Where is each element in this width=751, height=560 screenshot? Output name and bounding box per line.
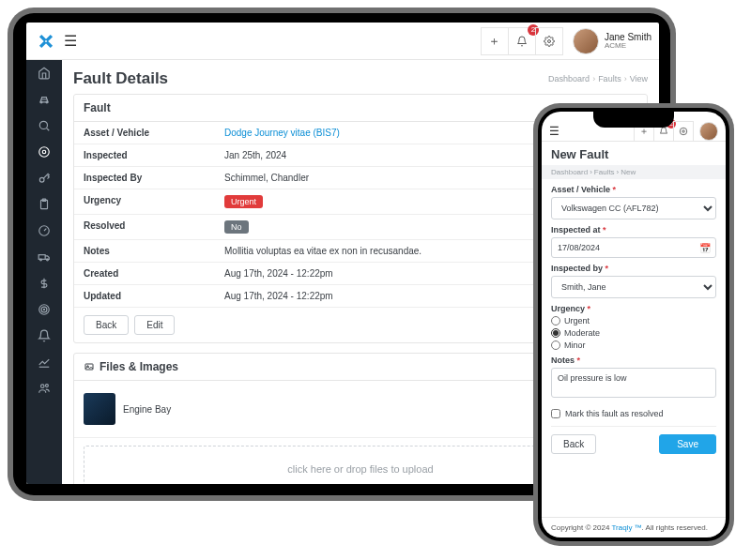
crumb-faults[interactable]: Faults [598, 74, 621, 83]
edit-button[interactable]: Edit [134, 315, 175, 335]
phone-notch [593, 111, 674, 128]
urgency-label: Urgency [74, 189, 215, 214]
back-button[interactable]: Back [551, 434, 596, 454]
sidebar-target-icon[interactable] [37, 302, 52, 317]
phone-footer: Copyright © 2024 Traqly ™. All rights re… [542, 517, 726, 537]
sidebar-chart-icon[interactable] [37, 355, 52, 370]
page-title: Fault Details [73, 69, 168, 88]
crumb-dashboard[interactable]: Dashboard [548, 74, 590, 83]
sidebar-faults-icon[interactable] [37, 144, 52, 159]
user-info: Jane Smith ACME [605, 32, 651, 51]
file-item: Engine Bay [84, 388, 605, 430]
sidebar-users-icon[interactable] [37, 381, 52, 396]
breadcrumb: Dashboard›Faults›View [548, 74, 648, 83]
svg-point-22 [41, 385, 45, 388]
user-name: Jane Smith [605, 32, 651, 42]
phone-frame: ☰ ＋ 2 New Fault Dashboard›Faults›New [533, 103, 734, 546]
resolved-label: Resolved [74, 215, 215, 239]
inspectedby-field-label: Inspected by * [551, 264, 716, 273]
menu-icon[interactable]: ☰ [549, 125, 559, 138]
inspectedby-label: Inspected By [74, 167, 215, 189]
crumb-new: New [621, 168, 636, 176]
add-button[interactable]: ＋ [481, 27, 509, 55]
sidebar-bell-icon[interactable] [37, 328, 52, 343]
file-name: Engine Bay [123, 404, 171, 415]
urgency-badge: Urgent [224, 195, 263, 208]
asset-field-label: Asset / Vehicle * [551, 185, 716, 194]
inspectedat-input[interactable] [551, 237, 716, 258]
breadcrumb: Dashboard›Faults›New [542, 165, 726, 179]
inspectedat-field-label: Inspected at * [551, 225, 716, 235]
urgency-field-label: Urgency * [551, 304, 716, 313]
back-button[interactable]: Back [84, 315, 129, 335]
notes-label: Notes [74, 240, 215, 262]
sidebar-gauge-icon[interactable] [37, 223, 52, 238]
svg-rect-2 [39, 34, 47, 41]
sidebar-key-icon[interactable] [37, 171, 52, 186]
svg-point-23 [45, 385, 48, 387]
svg-point-10 [39, 147, 50, 158]
svg-point-4 [547, 39, 550, 42]
user-org: ACME [605, 42, 651, 51]
inspectedby-select[interactable]: Smith, Jane [551, 276, 716, 298]
save-button[interactable]: Save [659, 434, 716, 454]
svg-point-21 [43, 309, 44, 310]
svg-rect-0 [45, 34, 53, 41]
brand-link[interactable]: Traqly ™ [611, 523, 641, 532]
file-thumbnail[interactable] [84, 393, 115, 425]
svg-point-27 [680, 128, 687, 135]
asset-select[interactable]: Volkswagen CC (AFL782) [551, 197, 716, 219]
settings-button[interactable] [673, 121, 694, 142]
sidebar-dollar-icon[interactable] [37, 276, 52, 291]
sidebar-truck-icon[interactable] [37, 250, 52, 265]
tablet-header: ☰ ＋ 2 Jane Smith ACME [26, 23, 659, 60]
svg-rect-24 [85, 364, 93, 370]
svg-point-9 [42, 150, 46, 154]
crumb-view: View [630, 74, 648, 83]
sidebar-nav [26, 60, 62, 484]
files-card-title: Files & Images [100, 360, 178, 373]
urgency-radio-minor[interactable]: Minor [551, 341, 716, 350]
svg-rect-15 [38, 255, 45, 260]
resolved-badge: No [224, 220, 249, 234]
app-logo [36, 31, 56, 52]
svg-rect-3 [45, 40, 53, 48]
menu-icon[interactable]: ☰ [64, 32, 77, 50]
urgency-radio-moderate[interactable]: Moderate [551, 328, 716, 338]
notifications-button[interactable]: 2 [508, 27, 536, 55]
notes-textarea[interactable]: Oil pressure is low [551, 368, 716, 398]
resolved-checkbox[interactable]: Mark this fault as resolved [551, 409, 716, 418]
settings-button[interactable] [535, 27, 563, 55]
sidebar-home-icon[interactable] [37, 66, 52, 81]
created-label: Created [74, 263, 215, 284]
svg-point-7 [39, 121, 47, 129]
notes-field-label: Notes * [551, 356, 716, 365]
sidebar-vehicle-icon[interactable] [37, 92, 52, 107]
svg-rect-1 [39, 40, 47, 48]
user-avatar[interactable] [573, 28, 599, 54]
svg-point-26 [682, 129, 685, 132]
urgency-radio-urgent[interactable]: Urgent [551, 316, 716, 325]
images-icon [84, 361, 95, 372]
inspected-label: Inspected [74, 144, 215, 166]
crumb-dashboard[interactable]: Dashboard [551, 168, 588, 176]
sidebar-search-icon[interactable] [37, 118, 52, 133]
svg-line-8 [47, 129, 50, 131]
calendar-icon[interactable]: 📅 [699, 243, 711, 253]
sidebar-clipboard-icon[interactable] [37, 197, 52, 212]
asset-label: Asset / Vehicle [74, 122, 215, 144]
updated-label: Updated [74, 285, 215, 307]
crumb-faults[interactable]: Faults [594, 168, 615, 176]
user-avatar[interactable] [699, 122, 718, 141]
page-title: New Fault [542, 142, 726, 165]
